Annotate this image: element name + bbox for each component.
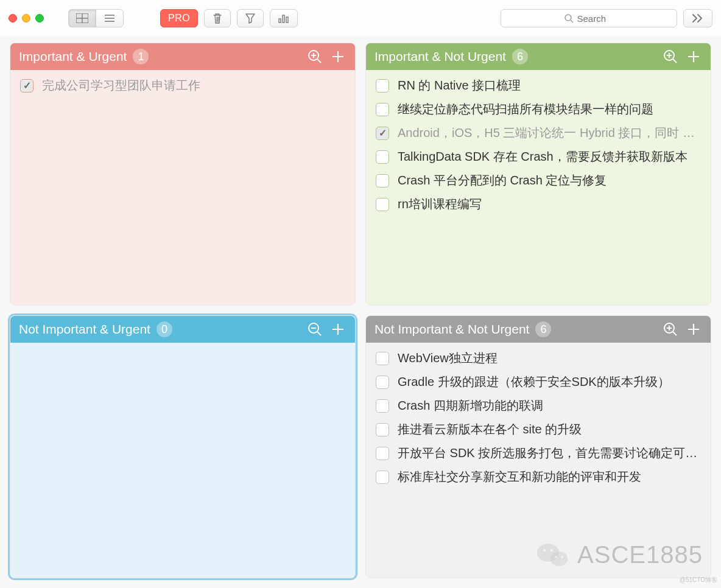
stats-button[interactable] bbox=[270, 9, 298, 27]
quadrant-header: Not Important & Urgent0 bbox=[10, 316, 355, 343]
quadrant-header: Important & Urgent1 bbox=[10, 43, 355, 70]
quadrant-q1[interactable]: Important & Urgent1完成公司学习型团队申请工作 bbox=[10, 43, 356, 306]
task-text: 推进看云新版本在各个 site 的升级 bbox=[398, 421, 701, 438]
zoom-in-icon bbox=[663, 49, 678, 65]
toolbar: PRO bbox=[0, 0, 721, 37]
svg-line-25 bbox=[317, 332, 321, 335]
quadrant-body: 完成公司学习型团队申请工作 bbox=[10, 70, 355, 305]
task-checkbox[interactable] bbox=[376, 150, 389, 164]
svg-rect-6 bbox=[279, 19, 281, 23]
task-checkbox[interactable] bbox=[376, 79, 389, 93]
task-row[interactable]: WebView独立进程 bbox=[366, 346, 711, 370]
task-row[interactable]: RN 的 Native 接口梳理 bbox=[366, 74, 711, 97]
quadrant-header: Important & Not Urgent6 bbox=[366, 43, 711, 70]
chevron-double-right-icon bbox=[691, 13, 705, 23]
zoom-in-button[interactable] bbox=[306, 48, 323, 65]
quadrant-count-badge: 6 bbox=[535, 321, 551, 337]
svg-line-10 bbox=[571, 20, 573, 23]
funnel-icon bbox=[245, 13, 256, 24]
quadrant-q4[interactable]: Not Important & Not Urgent6WebView独立进程Gr… bbox=[365, 315, 711, 578]
svg-line-14 bbox=[317, 59, 321, 63]
quadrant-count-badge: 0 bbox=[157, 321, 172, 337]
svg-rect-7 bbox=[283, 15, 284, 23]
task-checkbox[interactable] bbox=[376, 447, 389, 460]
add-task-button[interactable] bbox=[685, 48, 702, 65]
task-row[interactable]: 标准库社交分享新交互和新功能的评审和开发 bbox=[366, 465, 711, 489]
quadrant-q2[interactable]: Important & Not Urgent6RN 的 Native 接口梳理继… bbox=[365, 43, 711, 306]
bar-chart-icon bbox=[278, 13, 290, 24]
task-text: Gradle 升级的跟进（依赖于安全SDK的版本升级） bbox=[398, 374, 701, 390]
task-row[interactable]: Android，iOS，H5 三端讨论统一 Hybrid 接口，同时 H... bbox=[366, 121, 711, 145]
task-text: Crash 四期新增功能的联调 bbox=[398, 397, 701, 414]
add-task-button[interactable] bbox=[329, 321, 346, 338]
plus-icon bbox=[331, 322, 345, 337]
zoom-in-icon bbox=[663, 321, 678, 337]
task-row[interactable]: 继续定位静态代码扫描所有模块结果一样的问题 bbox=[366, 97, 711, 121]
search-input[interactable] bbox=[577, 13, 614, 24]
grid-view-button[interactable] bbox=[68, 9, 96, 27]
task-text: WebView独立进程 bbox=[398, 350, 701, 366]
fullscreen-window-button[interactable] bbox=[35, 14, 44, 23]
task-checkbox[interactable] bbox=[376, 352, 389, 365]
zoom-in-button[interactable] bbox=[662, 48, 679, 65]
task-checkbox[interactable] bbox=[376, 399, 389, 413]
trash-icon bbox=[212, 12, 223, 24]
pro-button[interactable]: PRO bbox=[160, 9, 198, 27]
plus-icon bbox=[686, 322, 701, 337]
zoom-out-icon bbox=[307, 321, 323, 337]
task-text: 开放平台 SDK 按所选服务打包，首先需要讨论确定可以... bbox=[398, 445, 701, 461]
quadrant-title: Not Important & Urgent bbox=[19, 322, 150, 337]
quadrant-body: WebView独立进程Gradle 升级的跟进（依赖于安全SDK的版本升级）Cr… bbox=[366, 343, 711, 578]
task-row[interactable]: rn培训课程编写 bbox=[366, 192, 711, 216]
task-row[interactable]: Gradle 升级的跟进（依赖于安全SDK的版本升级） bbox=[366, 370, 711, 394]
task-row[interactable]: 完成公司学习型团队申请工作 bbox=[10, 74, 355, 97]
task-checkbox[interactable] bbox=[20, 79, 33, 93]
quadrant-count-badge: 6 bbox=[512, 49, 528, 65]
task-text: 标准库社交分享新交互和新功能的评审和开发 bbox=[398, 469, 701, 485]
delete-button[interactable] bbox=[204, 9, 231, 27]
list-icon bbox=[104, 13, 116, 23]
zoom-in-icon bbox=[307, 49, 323, 65]
task-text: Crash 平台分配到的 Crash 定位与修复 bbox=[398, 172, 701, 189]
list-view-button[interactable] bbox=[96, 9, 124, 27]
task-checkbox[interactable] bbox=[376, 127, 389, 140]
task-checkbox[interactable] bbox=[376, 423, 389, 436]
task-text: 继续定位静态代码扫描所有模块结果一样的问题 bbox=[398, 101, 701, 117]
search-field[interactable] bbox=[501, 9, 677, 27]
search-icon bbox=[564, 14, 574, 23]
task-checkbox[interactable] bbox=[376, 174, 389, 187]
task-row[interactable]: 开放平台 SDK 按所选服务打包，首先需要讨论确定可以... bbox=[366, 441, 711, 465]
task-checkbox[interactable] bbox=[376, 376, 389, 389]
zoom-in-button[interactable] bbox=[662, 321, 679, 338]
svg-line-31 bbox=[673, 332, 677, 335]
quadrant-grid: Important & Urgent1完成公司学习型团队申请工作Importan… bbox=[0, 37, 721, 588]
svg-point-9 bbox=[565, 15, 571, 21]
window-controls bbox=[9, 14, 44, 23]
quadrant-title: Not Important & Not Urgent bbox=[375, 322, 529, 337]
plus-icon bbox=[686, 49, 701, 64]
task-row[interactable]: Crash 平台分配到的 Crash 定位与修复 bbox=[366, 169, 711, 192]
task-checkbox[interactable] bbox=[376, 198, 389, 211]
view-mode-segmented bbox=[68, 9, 124, 27]
quadrant-title: Important & Urgent bbox=[19, 49, 127, 64]
svg-line-20 bbox=[673, 59, 677, 63]
zoom-out-button[interactable] bbox=[306, 321, 323, 338]
grid-icon bbox=[76, 13, 88, 23]
quadrant-body: RN 的 Native 接口梳理继续定位静态代码扫描所有模块结果一样的问题And… bbox=[366, 70, 711, 305]
task-text: rn培训课程编写 bbox=[398, 196, 701, 212]
more-button[interactable] bbox=[683, 9, 712, 27]
close-window-button[interactable] bbox=[9, 14, 17, 23]
task-text: 完成公司学习型团队申请工作 bbox=[42, 77, 345, 94]
filter-button[interactable] bbox=[237, 9, 264, 27]
add-task-button[interactable] bbox=[685, 321, 702, 338]
svg-rect-8 bbox=[286, 17, 288, 23]
add-task-button[interactable] bbox=[329, 48, 346, 65]
task-checkbox[interactable] bbox=[376, 471, 389, 484]
task-checkbox[interactable] bbox=[376, 103, 389, 116]
task-row[interactable]: TalkingData SDK 存在 Crash，需要反馈并获取新版本 bbox=[366, 145, 711, 169]
task-row[interactable]: 推进看云新版本在各个 site 的升级 bbox=[366, 418, 711, 441]
quadrant-q3[interactable]: Not Important & Urgent0 bbox=[10, 315, 356, 578]
task-row[interactable]: Crash 四期新增功能的联调 bbox=[366, 394, 711, 418]
minimize-window-button[interactable] bbox=[22, 14, 30, 23]
task-text: TalkingData SDK 存在 Crash，需要反馈并获取新版本 bbox=[398, 149, 701, 165]
